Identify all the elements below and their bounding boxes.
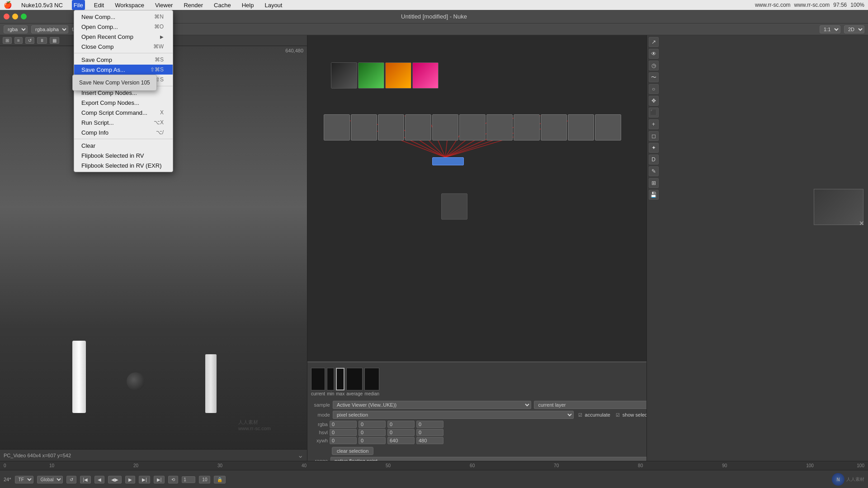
file-menu: New Comp... ⌘N Open Comp... ⌘O Open Rece…	[74, 10, 173, 172]
menu-open-comp-shortcut: ⌘O	[154, 23, 164, 30]
menu-comp-info-shortcut: ⌥/	[156, 129, 164, 136]
menubar-nuke[interactable]: Nuke10.5v3 NC	[19, 0, 65, 10]
menu-flipbook-rv-label: Flipbook Selected in RV	[81, 152, 144, 159]
menubar-render[interactable]: Render	[182, 0, 205, 10]
menu-flipbook-rv-exr-label: Flipbook Selected in RV (EXR)	[81, 162, 162, 169]
menubar-viewer[interactable]: Viewer	[153, 0, 175, 10]
menu-export-nodes-label: Export Comp Nodes...	[81, 99, 139, 106]
menu-open-comp[interactable]: Open Comp... ⌘O	[74, 22, 173, 32]
menubar-battery: 100%	[850, 2, 864, 8]
menu-open-recent-arrow: ▶	[160, 34, 164, 39]
menu-new-comp[interactable]: New Comp... ⌘N	[74, 12, 173, 22]
menubar-url1: www.rr-sc.com	[755, 2, 791, 8]
menu-run-script[interactable]: Run Script... ⌥X	[74, 117, 173, 127]
menu-save-comp-label: Save Comp	[81, 56, 112, 63]
menu-export-nodes[interactable]: Export Comp Nodes...	[74, 98, 173, 108]
menu-close-comp-shortcut: ⌘W	[153, 43, 164, 50]
menu-new-comp-shortcut: ⌘N	[154, 14, 164, 20]
apple-menu[interactable]: 🍎	[4, 1, 12, 9]
menu-run-script-shortcut: ⌥X	[154, 119, 164, 126]
menu-close-comp[interactable]: Close Comp ⌘W	[74, 42, 173, 52]
menu-open-recent[interactable]: Open Recent Comp ▶	[74, 32, 173, 42]
save-new-comp-popup: Save New Comp Version 105	[72, 75, 157, 91]
menubar-workspace[interactable]: Workspace	[113, 0, 146, 10]
menu-close-comp-label: Close Comp	[81, 43, 114, 50]
menu-run-script-label: Run Script...	[81, 119, 114, 126]
menu-comp-script-shortcut: X	[160, 109, 164, 116]
menu-open-recent-label: Open Recent Comp	[81, 33, 133, 40]
save-popup-text: Save New Comp Version 105	[79, 80, 150, 86]
menu-clear[interactable]: Clear	[74, 141, 173, 150]
menu-flipbook-rv-exr[interactable]: Flipbook Selected in RV (EXR)	[74, 160, 173, 170]
menubar-help[interactable]: Help	[240, 0, 256, 10]
menubar-edit[interactable]: Edit	[92, 0, 106, 10]
menu-open-comp-label: Open Comp...	[81, 23, 118, 30]
menubar: 🍎 Nuke10.5v3 NC File Edit Workspace View…	[0, 0, 868, 10]
menubar-time: 97:56	[833, 2, 847, 8]
menu-save-comp-as-label: Save Comp As...	[81, 66, 125, 73]
menu-sep-3	[74, 139, 173, 139]
menu-save-comp-as-shortcut: ⇧⌘S	[150, 66, 164, 73]
menubar-cache[interactable]: Cache	[212, 0, 233, 10]
menu-save-comp-shortcut: ⌘S	[155, 56, 164, 63]
menubar-layout[interactable]: Layout	[263, 0, 284, 10]
menu-comp-info-label: Comp Info	[81, 129, 108, 136]
menu-save-comp[interactable]: Save Comp ⌘S	[74, 55, 173, 65]
menubar-right: www.rr-sc.com www.rr-sc.com 97:56 100%	[755, 2, 864, 8]
menubar-url2: www.rr-sc.com	[794, 2, 830, 8]
menu-clear-label: Clear	[81, 142, 95, 149]
menu-flipbook-rv[interactable]: Flipbook Selected in RV	[74, 150, 173, 160]
file-menu-overlay[interactable]: New Comp... ⌘N Open Comp... ⌘O Open Rece…	[0, 0, 868, 488]
menubar-file[interactable]: File	[72, 0, 85, 10]
menu-comp-script[interactable]: Comp Script Command... X	[74, 108, 173, 117]
menu-new-comp-label: New Comp...	[81, 14, 115, 20]
menu-sep-1	[74, 53, 173, 53]
menu-save-comp-as[interactable]: Save Comp As... ⇧⌘S	[74, 65, 173, 75]
menu-comp-script-label: Comp Script Command...	[81, 109, 147, 116]
menu-comp-info[interactable]: Comp Info ⌥/	[74, 127, 173, 137]
